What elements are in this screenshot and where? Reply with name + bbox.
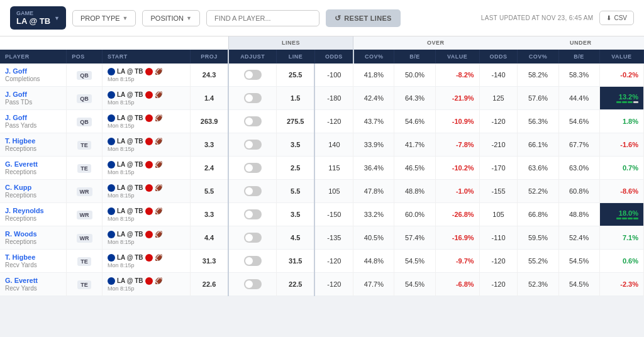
under-cov-cell: 66.1% bbox=[518, 133, 558, 157]
start-cell: LA @ TB 🏈 Mon 8:15p bbox=[102, 133, 190, 157]
over-be-cell: 50.0% bbox=[394, 64, 435, 87]
start-cell: LA @ TB 🏈 Mon 8:15p bbox=[102, 87, 190, 110]
value-cell-under: -8.6% bbox=[599, 180, 643, 203]
la-team-icon bbox=[108, 68, 115, 75]
over-cov-cell: 36.4% bbox=[353, 157, 394, 180]
col-start: START bbox=[102, 50, 190, 64]
under-be-cell: 60.8% bbox=[558, 180, 599, 203]
player-name[interactable]: T. Higbee bbox=[5, 137, 61, 145]
table-row: C. Kupp Receptions WR LA @ TB 🏈 Mon 8:15… bbox=[0, 180, 644, 203]
proj-cell: 5.5 bbox=[190, 180, 228, 203]
col-player: PLAYER bbox=[0, 50, 67, 64]
player-name[interactable]: J. Goff bbox=[5, 114, 61, 121]
refresh-icon: ↺ bbox=[335, 14, 341, 23]
adjust-cell bbox=[228, 133, 276, 157]
pos-cell: TE bbox=[67, 273, 103, 296]
football-icon: 🏈 bbox=[155, 68, 162, 75]
adjust-toggle[interactable] bbox=[244, 163, 262, 173]
adjust-toggle[interactable] bbox=[244, 93, 262, 103]
game-selector[interactable]: GAME LA @ TB ▼ bbox=[10, 6, 66, 30]
value-cell-under: -0.2% bbox=[599, 64, 643, 87]
under-be-cell: 54.5% bbox=[558, 273, 599, 296]
player-name[interactable]: C. Kupp bbox=[5, 184, 61, 191]
adjust-toggle[interactable] bbox=[244, 116, 262, 126]
position-badge: WR bbox=[77, 187, 92, 196]
over-cov-cell: 43.7% bbox=[353, 110, 394, 133]
under-be-cell: 54.6% bbox=[558, 110, 599, 133]
line-cell: 22.5 bbox=[277, 273, 315, 296]
under-odds-cell: -155 bbox=[479, 180, 518, 203]
table-row: T. Higbee Recv Yards TE LA @ TB 🏈 Mon 8:… bbox=[0, 250, 644, 273]
table-row: J. Goff Pass Yards QB LA @ TB 🏈 Mon 8:15… bbox=[0, 110, 644, 133]
game-time: Mon 8:15p bbox=[108, 192, 185, 199]
over-odds-cell: -100 bbox=[314, 64, 353, 87]
col-header-row: PLAYER POS START PROJ ADJUST LINE ODDS C… bbox=[0, 50, 644, 64]
football-icon: 🏈 bbox=[155, 254, 162, 261]
line-cell: 31.5 bbox=[277, 250, 315, 273]
position-filter[interactable]: POSITION ▼ bbox=[142, 10, 199, 26]
player-search-input[interactable] bbox=[206, 10, 319, 26]
position-badge: TE bbox=[77, 141, 91, 150]
adjust-toggle[interactable] bbox=[244, 186, 262, 196]
adjust-cell bbox=[228, 180, 276, 203]
tb-team-icon bbox=[145, 277, 153, 285]
la-team-icon bbox=[108, 277, 115, 285]
col-under-cov: COV% bbox=[518, 50, 558, 64]
game-time: Mon 8:15p bbox=[108, 123, 185, 129]
adjust-toggle[interactable] bbox=[244, 209, 262, 219]
start-cell: LA @ TB 🏈 Mon 8:15p bbox=[102, 180, 190, 203]
start-cell: LA @ TB 🏈 Mon 8:15p bbox=[102, 273, 190, 296]
reset-lines-button[interactable]: ↺ RESET LINES bbox=[326, 9, 401, 27]
chevron-down-icon: ▼ bbox=[123, 15, 128, 21]
la-team-icon bbox=[108, 184, 115, 192]
player-prop: Recv Yards bbox=[5, 262, 37, 268]
player-name[interactable]: G. Everett bbox=[5, 160, 61, 168]
value-cell-under: -2.3% bbox=[599, 273, 643, 296]
col-pos: POS bbox=[67, 50, 103, 64]
football-icon: 🏈 bbox=[155, 91, 162, 98]
under-odds-cell: -170 bbox=[479, 157, 518, 180]
table-row: T. Higbee Receptions TE LA @ TB 🏈 Mon 8:… bbox=[0, 133, 644, 157]
group-header-row: LINES OVER UNDER bbox=[0, 36, 644, 50]
prop-type-filter[interactable]: PROP TYPE ▼ bbox=[72, 10, 136, 26]
player-cell: G. Everett Receptions bbox=[0, 157, 67, 180]
line-cell: 3.5 bbox=[277, 133, 315, 157]
under-odds-cell: 125 bbox=[479, 87, 518, 110]
player-name[interactable]: J. Reynolds bbox=[5, 207, 61, 214]
player-cell: J. Goff Pass Yards bbox=[0, 110, 67, 133]
la-team-icon bbox=[108, 161, 115, 168]
adjust-toggle[interactable] bbox=[244, 279, 262, 289]
over-odds-cell: -135 bbox=[314, 226, 353, 250]
pos-cell: TE bbox=[67, 157, 103, 180]
value-cell-over: -8.2% bbox=[435, 64, 479, 87]
adjust-toggle[interactable] bbox=[244, 140, 262, 150]
tb-team-icon bbox=[145, 114, 153, 122]
la-team-icon bbox=[108, 138, 115, 145]
game-time: Mon 8:15p bbox=[108, 285, 185, 292]
adjust-cell bbox=[228, 157, 276, 180]
start-cell: LA @ TB 🏈 Mon 8:15p bbox=[102, 110, 190, 133]
proj-cell: 22.6 bbox=[190, 273, 228, 296]
under-cov-cell: 59.5% bbox=[518, 226, 558, 250]
tb-team-icon bbox=[145, 91, 153, 99]
adjust-cell bbox=[228, 273, 276, 296]
player-cell: R. Woods Receptions bbox=[0, 226, 67, 250]
adjust-toggle[interactable] bbox=[244, 256, 262, 266]
adjust-toggle[interactable] bbox=[244, 70, 262, 80]
player-name[interactable]: R. Woods bbox=[5, 230, 61, 238]
adjust-toggle[interactable] bbox=[244, 233, 262, 243]
under-cov-cell: 63.6% bbox=[518, 157, 558, 180]
player-name[interactable]: J. Goff bbox=[5, 67, 61, 75]
player-name[interactable]: T. Higbee bbox=[5, 253, 61, 261]
col-under-value: VALUE bbox=[599, 50, 643, 64]
player-name[interactable]: J. Goff bbox=[5, 91, 61, 98]
player-name[interactable]: G. Everett bbox=[5, 277, 61, 284]
csv-export-button[interactable]: ⬇ CSV bbox=[599, 11, 634, 25]
under-cov-cell: 57.6% bbox=[518, 87, 558, 110]
under-be-cell: 58.3% bbox=[558, 64, 599, 87]
value-cell-over: -10.2% bbox=[435, 157, 479, 180]
value-cell-under: 18.0% bbox=[599, 203, 643, 226]
la-team-icon bbox=[108, 207, 115, 215]
matchup-text: LA @ TB bbox=[117, 68, 143, 75]
player-prop: Receptions bbox=[5, 145, 36, 152]
